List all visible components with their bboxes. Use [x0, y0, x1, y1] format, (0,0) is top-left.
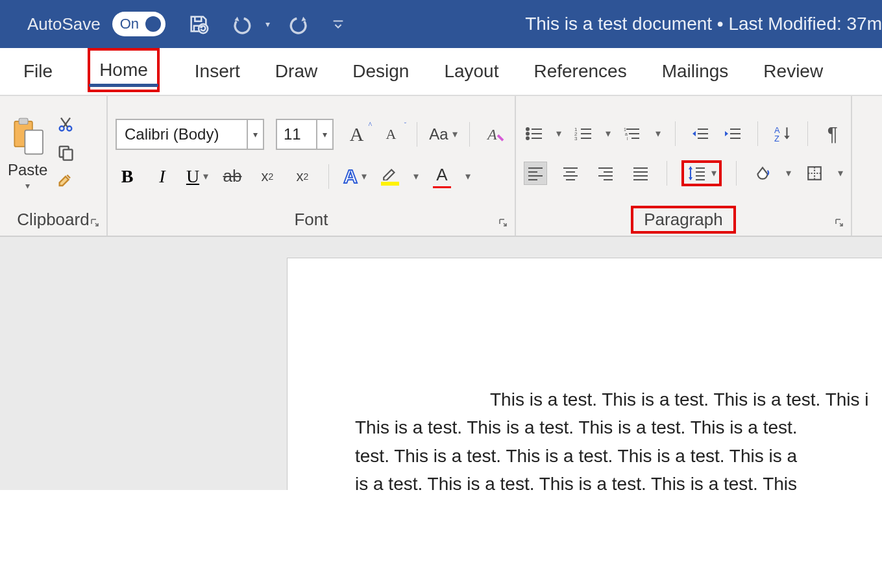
- chevron-down-icon[interactable]: ▾: [606, 127, 611, 140]
- autosave-label: AutoSave: [27, 14, 101, 34]
- redo-icon[interactable]: [289, 13, 312, 35]
- document-page[interactable]: This is a test. This is a test. This is …: [287, 258, 882, 490]
- paragraph-dialog-launcher-icon[interactable]: [834, 217, 844, 230]
- underline-button[interactable]: U▾: [186, 165, 209, 188]
- align-right-button[interactable]: [594, 162, 617, 185]
- doc-line-3: test. This is a test. This is a test. Th…: [355, 442, 797, 470]
- chevron-down-icon: ▾: [711, 167, 717, 179]
- title-bar: AutoSave On ▾: [0, 0, 882, 48]
- undo-icon[interactable]: [229, 13, 251, 35]
- svg-point-9: [526, 128, 529, 130]
- blank-area: [0, 490, 882, 587]
- font-size-value: 11: [277, 125, 316, 143]
- svg-point-11: [526, 137, 529, 140]
- paste-label: Paste: [8, 161, 47, 179]
- highlight-button[interactable]: [378, 165, 402, 188]
- sort-icon[interactable]: AZ: [772, 122, 793, 145]
- tab-mailings[interactable]: Mailings: [662, 48, 729, 95]
- italic-button[interactable]: I: [151, 165, 174, 188]
- increase-indent-icon[interactable]: [722, 122, 743, 145]
- svg-text:i: i: [627, 136, 628, 141]
- grow-font-icon[interactable]: A^: [345, 123, 368, 146]
- clipboard-group-label: Clipboard: [8, 206, 99, 233]
- chevron-down-icon[interactable]: ▾: [786, 167, 791, 179]
- customize-qat-icon[interactable]: [331, 17, 345, 31]
- chevron-down-icon: ▾: [316, 120, 332, 149]
- chevron-down-icon: ▾: [247, 120, 263, 149]
- decrease-indent-icon[interactable]: [689, 122, 710, 145]
- paragraph-group-label: Paragraph: [631, 206, 735, 234]
- borders-button[interactable]: [803, 162, 826, 185]
- autosave-state: On: [112, 16, 139, 32]
- change-case-label: Aa: [429, 125, 448, 143]
- paragraph-group: ▾ 123 ▾ 1ai ▾ AZ: [516, 96, 852, 236]
- svg-point-5: [67, 126, 72, 130]
- quick-access-toolbar: ▾: [188, 13, 345, 35]
- cut-icon[interactable]: [56, 115, 75, 136]
- document-body-text[interactable]: This is a test. This is a test. This is …: [423, 386, 882, 490]
- shading-button[interactable]: [751, 162, 774, 185]
- autosave-toggle[interactable]: On: [112, 12, 165, 36]
- strikethrough-button[interactable]: ab: [221, 165, 244, 188]
- svg-text:3: 3: [574, 136, 578, 141]
- numbering-button[interactable]: 123: [573, 122, 594, 145]
- clear-formatting-icon[interactable]: A: [484, 123, 507, 146]
- align-left-button[interactable]: [524, 162, 547, 185]
- tab-review[interactable]: Review: [763, 48, 823, 95]
- tab-design[interactable]: Design: [352, 48, 409, 95]
- tab-references[interactable]: References: [533, 48, 626, 95]
- chevron-down-icon[interactable]: ▾: [413, 170, 419, 182]
- tab-layout[interactable]: Layout: [444, 48, 498, 95]
- font-size-selector[interactable]: 11 ▾: [276, 119, 334, 150]
- svg-text:Z: Z: [774, 133, 779, 142]
- next-group-partial: [852, 96, 882, 236]
- svg-rect-2: [19, 118, 28, 124]
- subscript-button[interactable]: x2: [256, 165, 279, 188]
- tab-file[interactable]: File: [23, 48, 53, 95]
- undo-dropdown-icon[interactable]: ▾: [265, 19, 270, 29]
- ribbon-tabs: File Home Insert Draw Design Layout Refe…: [0, 48, 882, 96]
- font-group: Calibri (Body) ▾ 11 ▾ A^ Aˇ Aa▾ A: [108, 96, 516, 236]
- font-dialog-launcher-icon[interactable]: [498, 217, 508, 230]
- copy-icon[interactable]: [56, 143, 75, 164]
- font-group-label: Font: [116, 206, 507, 233]
- font-name-value: Calibri (Body): [117, 125, 247, 143]
- justify-button[interactable]: [629, 162, 652, 185]
- ribbon: Paste ▾: [0, 96, 882, 237]
- format-painter-icon[interactable]: [56, 172, 75, 193]
- save-icon[interactable]: [188, 13, 210, 35]
- svg-text:1: 1: [624, 127, 626, 132]
- paste-button[interactable]: Paste ▾: [8, 117, 47, 191]
- align-center-button[interactable]: [559, 162, 582, 185]
- font-color-button[interactable]: A: [430, 165, 454, 188]
- shrink-font-icon[interactable]: Aˇ: [380, 123, 402, 146]
- text-effects-button[interactable]: A▾: [343, 165, 367, 188]
- toggle-knob: [145, 16, 161, 32]
- doc-line-4: is a test. This is a test. This is a tes…: [355, 470, 797, 490]
- tab-insert[interactable]: Insert: [195, 48, 240, 95]
- show-paragraph-marks-icon[interactable]: ¶: [822, 122, 843, 145]
- bold-button[interactable]: B: [116, 165, 139, 188]
- font-name-selector[interactable]: Calibri (Body) ▾: [116, 119, 264, 150]
- multilevel-list-button[interactable]: 1ai: [622, 122, 643, 145]
- doc-line-2: This is a test. This is a test. This is …: [355, 413, 798, 441]
- chevron-down-icon[interactable]: ▾: [465, 170, 471, 182]
- chevron-down-icon: ▾: [25, 180, 30, 191]
- clipboard-group: Paste ▾: [0, 96, 108, 236]
- chevron-down-icon[interactable]: ▾: [556, 127, 561, 140]
- svg-text:A: A: [486, 126, 497, 143]
- doc-line-1: This is a test. This is a test. This is …: [490, 389, 869, 410]
- chevron-down-icon[interactable]: ▾: [838, 167, 843, 179]
- document-workspace: This is a test. This is a test. This is …: [0, 237, 882, 490]
- tab-draw[interactable]: Draw: [275, 48, 317, 95]
- chevron-down-icon[interactable]: ▾: [655, 127, 661, 140]
- line-spacing-button[interactable]: ▾: [681, 160, 722, 186]
- change-case-button[interactable]: Aa▾: [432, 123, 455, 146]
- clipboard-dialog-launcher-icon[interactable]: [90, 217, 100, 230]
- svg-point-10: [526, 132, 529, 135]
- superscript-button[interactable]: x2: [291, 165, 314, 188]
- tab-home[interactable]: Home: [88, 48, 160, 92]
- paste-icon: [10, 117, 46, 160]
- svg-point-4: [60, 126, 64, 130]
- bullets-button[interactable]: [524, 122, 545, 145]
